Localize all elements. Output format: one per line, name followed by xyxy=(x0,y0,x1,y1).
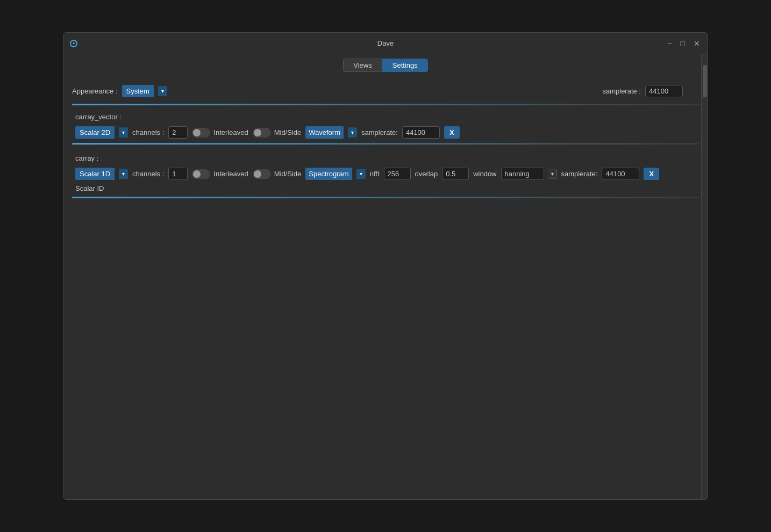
interleaved-toggle-wrapper-1: Interleaved xyxy=(192,169,248,179)
midside-label-1: Mid/Side xyxy=(274,170,302,178)
samplerate-input-0[interactable] xyxy=(402,126,440,139)
channels-label-1: channels : xyxy=(132,170,164,178)
interleaved-toggle-1[interactable] xyxy=(192,169,210,179)
midside-knob-1 xyxy=(254,170,261,178)
samplerate-label-0: samplerate: xyxy=(361,128,398,136)
overlap-input-1[interactable] xyxy=(442,168,469,180)
scrollbar-track xyxy=(701,54,708,499)
midside-toggle-1[interactable] xyxy=(253,169,271,179)
midside-label-0: Mid/Side xyxy=(274,128,302,136)
scalar-type-btn-1[interactable]: Scalar 1D xyxy=(75,168,115,180)
nfft-input-1[interactable] xyxy=(384,168,411,180)
vis-type-arrow-0[interactable]: ▾ xyxy=(348,127,357,138)
main-window: Dave − □ ✕ Views Settings Appeareance : … xyxy=(63,32,708,500)
midside-toggle-0[interactable] xyxy=(253,128,271,138)
scalar-type-btn-0[interactable]: Scalar 2D xyxy=(75,126,115,139)
carray-vector-header: carray_vector : xyxy=(72,107,699,124)
appearance-dropdown-btn[interactable]: System xyxy=(122,85,154,97)
app-icon xyxy=(69,39,78,48)
interleaved-label-1: Interleaved xyxy=(213,170,248,178)
scalar-id-text: Scalar ID xyxy=(72,182,699,195)
samplerate-label: samplerate : xyxy=(602,87,641,95)
midside-knob-0 xyxy=(254,129,261,136)
channels-label-0: channels : xyxy=(132,128,164,136)
appearance-row: Appeareance : System ▾ samplerate : xyxy=(72,83,699,102)
divider-top xyxy=(72,104,699,105)
interleaved-toggle-0[interactable] xyxy=(192,128,210,138)
carray-vector-controls: Scalar 2D ▾ channels : Interleaved Mid/S… xyxy=(72,124,699,141)
nfft-label-1: nfft xyxy=(370,170,380,178)
appearance-dropdown-arrow[interactable]: ▾ xyxy=(158,86,167,96)
section-carray-vector: carray_vector : Scalar 2D ▾ channels : I… xyxy=(72,104,699,145)
midside-toggle-wrapper-1: Mid/Side xyxy=(253,169,302,179)
remove-btn-1[interactable]: X xyxy=(644,168,659,180)
tabs-bar: Views Settings xyxy=(63,54,708,76)
carray-controls: Scalar 1D ▾ channels : Interleaved Mid/S… xyxy=(72,166,699,182)
title-bar-left xyxy=(69,39,78,48)
interleaved-knob-1 xyxy=(193,170,201,178)
vis-type-btn-0[interactable]: Waveform xyxy=(305,126,344,139)
overlap-label-1: overlap xyxy=(415,170,438,178)
appearance-label: Appeareance : xyxy=(72,87,118,95)
channels-input-0[interactable] xyxy=(168,126,188,139)
window-title: Dave xyxy=(377,39,394,47)
channels-input-1[interactable] xyxy=(168,168,188,180)
section-carray: carray : Scalar 1D ▾ channels : Interlea… xyxy=(72,149,699,198)
appearance-right: samplerate : xyxy=(602,85,683,97)
window-dropdown-arrow-1[interactable]: ▾ xyxy=(548,169,557,179)
content-area: Appeareance : System ▾ samplerate : carr… xyxy=(63,76,708,499)
carray-header: carray : xyxy=(72,149,699,166)
samplerate-label-1: samplerate: xyxy=(561,170,598,178)
samplerate-input-1[interactable] xyxy=(602,168,639,180)
interleaved-toggle-wrapper-0: Interleaved xyxy=(192,128,248,138)
interleaved-knob-0 xyxy=(193,129,201,136)
minimize-button[interactable]: − xyxy=(665,39,674,48)
tab-settings[interactable]: Settings xyxy=(382,59,428,72)
remove-btn-0[interactable]: X xyxy=(444,126,460,139)
title-controls: − □ ✕ xyxy=(665,39,702,48)
title-bar: Dave − □ ✕ xyxy=(63,33,708,54)
window-label-1: window xyxy=(473,170,496,178)
divider-bottom-1 xyxy=(72,197,699,198)
scalar-type-arrow-0[interactable]: ▾ xyxy=(119,127,128,138)
midside-toggle-wrapper-0: Mid/Side xyxy=(253,128,302,138)
window-input-1[interactable] xyxy=(501,168,544,180)
divider-bottom-0 xyxy=(72,143,699,145)
maximize-button[interactable]: □ xyxy=(679,39,687,48)
scrollbar-thumb[interactable] xyxy=(703,65,707,97)
close-button[interactable]: ✕ xyxy=(691,39,702,48)
interleaved-label-0: Interleaved xyxy=(213,128,248,136)
tab-views[interactable]: Views xyxy=(343,59,382,72)
scalar-type-arrow-1[interactable]: ▾ xyxy=(119,169,128,179)
samplerate-input[interactable] xyxy=(645,85,683,97)
appearance-left: Appeareance : System ▾ xyxy=(72,85,167,97)
vis-type-arrow-1[interactable]: ▾ xyxy=(356,169,366,179)
vis-type-btn-1[interactable]: Spectrogram xyxy=(305,168,352,180)
